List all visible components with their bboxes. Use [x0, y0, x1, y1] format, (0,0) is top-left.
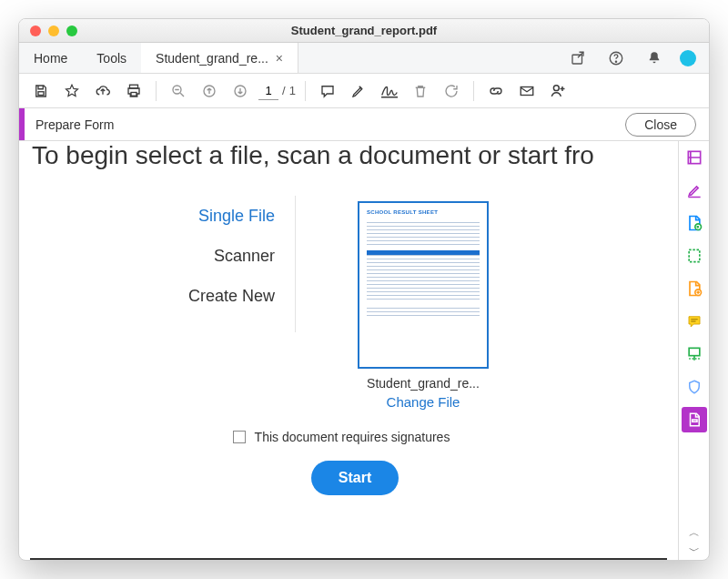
page-indicator: / 1 [258, 82, 296, 100]
edit-pdf-icon[interactable] [682, 145, 707, 170]
window-title: Student_grand_report.pdf [19, 24, 709, 37]
page-current-input[interactable] [258, 82, 278, 100]
chevron-down-icon[interactable]: ﹀ [689, 545, 700, 556]
zoom-out-icon[interactable] [166, 78, 191, 104]
svg-point-2 [615, 61, 616, 62]
help-icon[interactable] [603, 46, 629, 71]
svg-rect-3 [38, 91, 44, 95]
rotate-icon[interactable] [439, 78, 464, 104]
zoom-window-icon[interactable] [66, 25, 77, 36]
svg-rect-16 [692, 420, 696, 422]
svg-rect-5 [131, 92, 136, 96]
toolbar-separator [473, 81, 474, 101]
star-icon[interactable] [59, 78, 85, 104]
print-icon[interactable] [121, 78, 147, 104]
page-total: 1 [289, 84, 296, 97]
page-separator: / [282, 84, 286, 97]
link-icon[interactable] [483, 78, 509, 104]
window-controls [19, 25, 77, 36]
svg-rect-13 [689, 249, 700, 261]
close-window-icon[interactable] [30, 25, 41, 36]
chevron-up-icon[interactable]: ︿ [689, 527, 700, 538]
svg-rect-15 [689, 348, 700, 355]
tab-tools[interactable]: Tools [82, 43, 141, 73]
account-icon[interactable] [545, 78, 571, 104]
thumbnail-title: SCHOOL RESULT SHEET [367, 210, 480, 214]
tab-document[interactable]: Student_grand_re... × [141, 43, 298, 73]
arrow-down-icon[interactable] [228, 78, 253, 104]
highlighter-icon[interactable] [346, 78, 371, 104]
thumbnail-filename: Student_grand_re... [367, 376, 480, 391]
toolbar-separator [156, 81, 157, 101]
main-pane: To begin select a file, scan a document … [19, 141, 678, 560]
change-file-link[interactable]: Change File [387, 394, 460, 410]
svg-rect-0 [572, 55, 582, 64]
signature-icon[interactable] [377, 78, 402, 104]
preview-column: SCHOOL RESULT SHEET [332, 201, 514, 410]
thumbnail-grid [367, 219, 480, 316]
scrollbar-horizontal[interactable] [30, 558, 667, 560]
close-button[interactable]: Close [625, 113, 696, 137]
start-button[interactable]: Start [311, 461, 399, 495]
avatar-icon[interactable] [680, 50, 696, 66]
cloud-upload-icon[interactable] [90, 78, 116, 104]
tab-row: Home Tools Student_grand_re... × [19, 43, 709, 74]
tab-close-icon[interactable]: × [276, 43, 283, 74]
prepare-heading: To begin select a file, scan a document … [32, 141, 678, 170]
file-thumbnail[interactable]: SCHOOL RESULT SHEET [358, 201, 489, 369]
comment-icon[interactable] [315, 78, 340, 104]
fill-sign-icon[interactable] [682, 178, 707, 203]
prepare-options: Single File Scanner Create New [150, 196, 296, 332]
export-icon[interactable] [682, 210, 707, 236]
context-label: Prepare Form [25, 117, 114, 132]
toolbar-separator [305, 81, 306, 101]
share-box-icon[interactable] [565, 46, 591, 71]
signatures-checkbox[interactable] [233, 431, 246, 443]
save-icon[interactable] [28, 78, 54, 104]
organize-icon[interactable] [682, 243, 707, 269]
trash-icon[interactable] [408, 78, 433, 104]
option-create-new[interactable]: Create New [150, 276, 275, 316]
tab-home[interactable]: Home [19, 43, 82, 73]
minimize-window-icon[interactable] [48, 25, 59, 36]
window: Student_grand_report.pdf Home Tools Stud… [18, 18, 710, 561]
arrow-up-icon[interactable] [197, 78, 222, 104]
body: To begin select a file, scan a document … [19, 141, 709, 560]
mail-icon[interactable] [514, 78, 540, 104]
prepare-form-icon[interactable] [682, 407, 707, 432]
add-page-icon[interactable] [682, 276, 707, 301]
protect-icon[interactable] [682, 374, 707, 400]
tabrow-right [565, 43, 709, 73]
scan-icon[interactable] [682, 341, 707, 367]
signatures-label: This document requires signatures [255, 430, 450, 444]
bell-icon[interactable] [642, 46, 667, 71]
svg-point-10 [553, 85, 559, 90]
toolbar: / 1 [19, 74, 709, 108]
signatures-checkbox-row[interactable]: This document requires signatures [32, 430, 678, 444]
option-single-file[interactable]: Single File [150, 196, 275, 236]
titlebar: Student_grand_report.pdf [19, 19, 709, 43]
tab-document-label: Student_grand_re... [156, 43, 268, 74]
option-scanner[interactable]: Scanner [150, 236, 275, 276]
context-bar: Prepare Form Close [19, 108, 709, 141]
note-icon[interactable] [682, 309, 707, 334]
right-rail: ︿ ﹀ [678, 141, 709, 560]
